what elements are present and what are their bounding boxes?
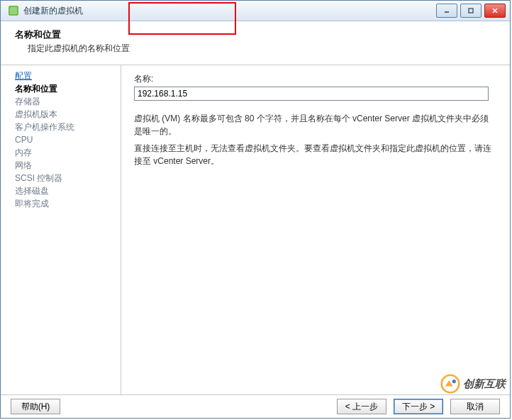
step-guest-os: 客户机操作系统 xyxy=(1,121,121,133)
wizard-steps: 配置 名称和位置 存储器 虚拟机版本 客户机操作系统 CPU 内存 网络 SCS… xyxy=(1,65,121,394)
step-name-location[interactable]: 名称和位置 xyxy=(1,82,121,95)
step-scsi: SCSI 控制器 xyxy=(1,172,121,184)
window-title: 创建新的虚拟机 xyxy=(23,5,436,17)
svg-rect-1 xyxy=(10,7,17,14)
maximize-button[interactable] xyxy=(460,4,482,18)
page-subtitle: 指定此虚拟机的名称和位置 xyxy=(28,43,496,55)
watermark: 创新互联 xyxy=(440,374,506,394)
wizard-header: 名称和位置 指定此虚拟机的名称和位置 xyxy=(1,21,510,65)
step-config[interactable]: 配置 xyxy=(1,70,121,82)
step-network: 网络 xyxy=(1,159,121,172)
step-finish: 即将完成 xyxy=(1,197,121,210)
step-cpu: CPU xyxy=(1,133,121,146)
name-input[interactable] xyxy=(134,87,489,101)
wizard-body: 配置 名称和位置 存储器 虚拟机版本 客户机操作系统 CPU 内存 网络 SCS… xyxy=(1,65,510,394)
step-disk: 选择磁盘 xyxy=(1,184,121,197)
name-hint-1: 虚拟机 (VM) 名称最多可包含 80 个字符，并且名称在每个 vCenter … xyxy=(134,112,497,138)
app-icon xyxy=(8,5,19,16)
step-vm-version: 虚拟机版本 xyxy=(1,108,121,121)
minimize-button[interactable] xyxy=(436,4,457,18)
titlebar: 创建新的虚拟机 xyxy=(1,1,510,21)
watermark-text: 创新互联 xyxy=(463,377,506,391)
svg-rect-3 xyxy=(469,9,473,13)
wizard-window: 创建新的虚拟机 名称和位置 指定此虚拟机的名称和位置 配置 名称和位置 存储器 … xyxy=(0,0,511,419)
name-hint-2: 直接连接至主机时，无法查看虚拟机文件夹。要查看虚拟机文件夹和指定此虚拟机的位置，… xyxy=(134,142,497,167)
back-button[interactable]: < 上一步 xyxy=(337,399,386,414)
close-button[interactable] xyxy=(484,4,506,18)
name-label: 名称: xyxy=(134,72,489,85)
wizard-footer: 帮助(H) < 上一步 下一步 > 取消 xyxy=(1,394,510,418)
next-button[interactable]: 下一步 > xyxy=(394,399,443,414)
cancel-button[interactable]: 取消 xyxy=(450,399,500,414)
page-title: 名称和位置 xyxy=(15,28,496,41)
svg-point-7 xyxy=(452,380,456,383)
step-memory: 内存 xyxy=(1,146,121,159)
wizard-content: 名称: 虚拟机 (VM) 名称最多可包含 80 个字符，并且名称在每个 vCen… xyxy=(121,65,510,394)
watermark-icon xyxy=(440,374,460,394)
help-button[interactable]: 帮助(H) xyxy=(11,399,60,414)
step-storage: 存储器 xyxy=(1,95,121,108)
